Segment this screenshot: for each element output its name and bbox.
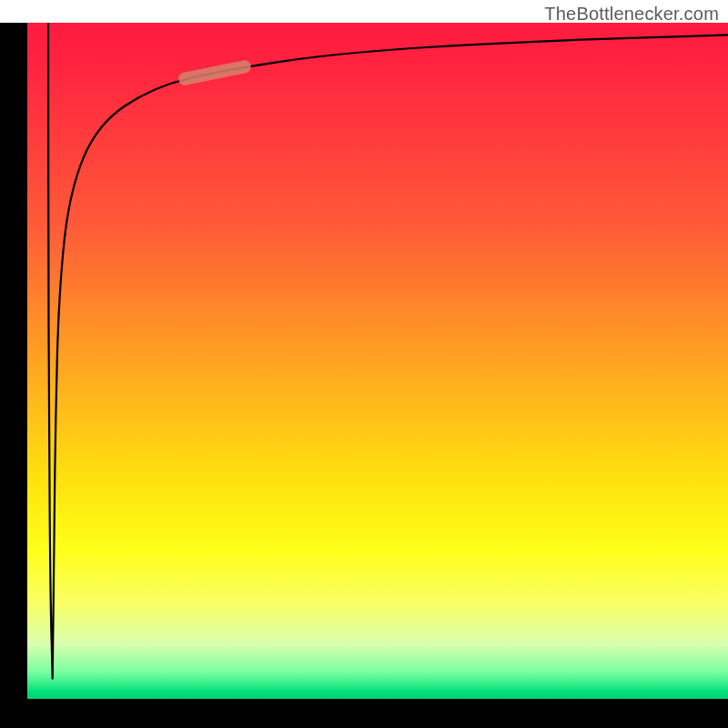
plot-area — [27, 23, 728, 699]
bottleneck-curve — [48, 23, 728, 679]
curve-svg — [27, 23, 728, 699]
highlight-segment — [185, 66, 244, 78]
chart-frame — [0, 23, 728, 728]
attribution-label: TheBottlenecker.com — [544, 4, 719, 25]
